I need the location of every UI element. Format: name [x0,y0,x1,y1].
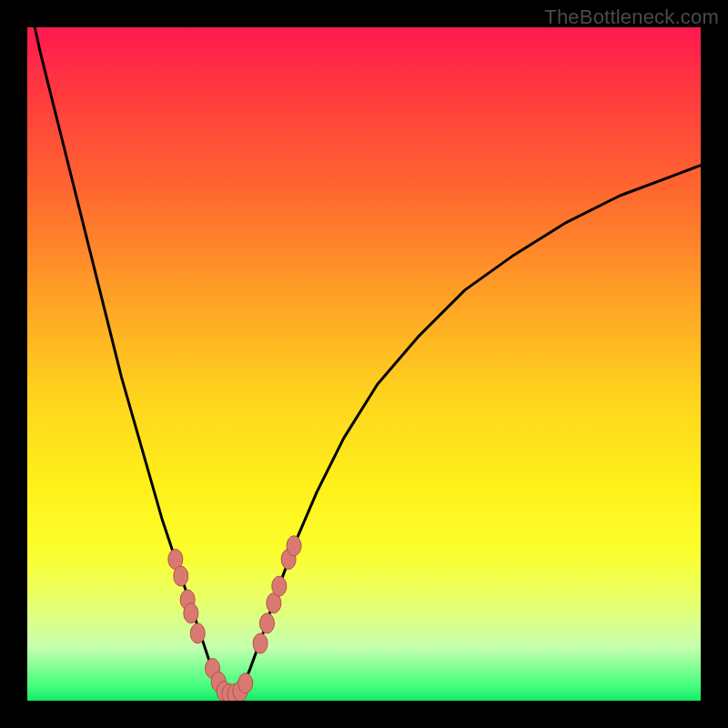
marker-group [168,536,301,701]
curve-marker [259,613,274,633]
chart-frame: TheBottleneck.com [0,0,728,728]
curve-marker [184,603,198,623]
curve-marker [272,576,287,596]
curve-marker [190,623,205,643]
watermark-text: TheBottleneck.com [544,5,719,29]
curve-marker [287,536,301,556]
curve-marker [253,633,268,653]
chart-svg [27,27,701,701]
curve-marker [174,566,188,586]
curve-marker [238,673,253,693]
bottleneck-curve [27,27,701,693]
plot-area [27,27,701,701]
